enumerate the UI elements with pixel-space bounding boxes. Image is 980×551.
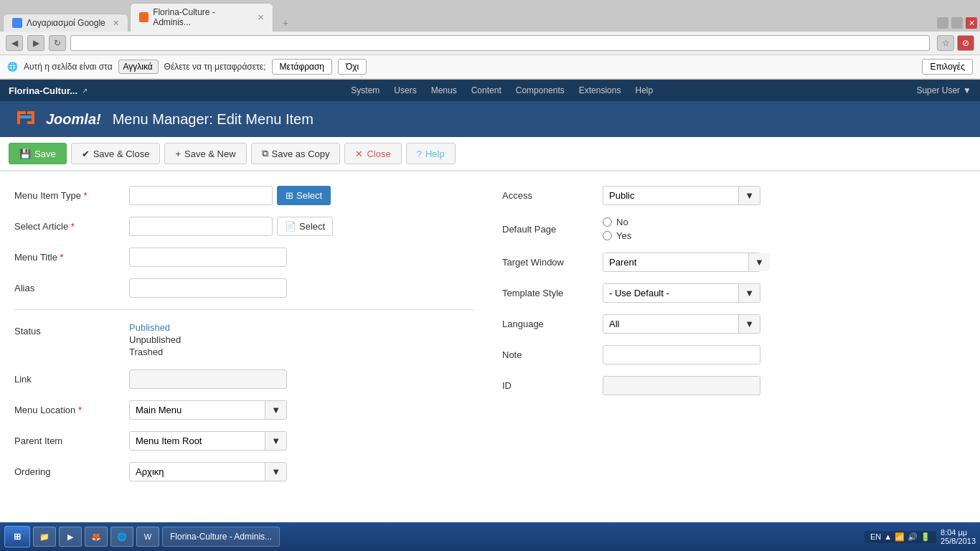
default-page-yes-radio[interactable] — [603, 231, 612, 240]
user-name: Super User — [916, 85, 960, 95]
menu-title-input[interactable]: Αρχικη — [129, 248, 287, 267]
translate-lang-select[interactable]: Αγγλικά — [118, 60, 159, 74]
taskbar-media-button[interactable]: ▶ — [59, 527, 82, 547]
parent-item-select[interactable]: Menu Item Root — [130, 432, 265, 450]
target-window-select[interactable]: Parent New Window with Navigation New Wi… — [603, 253, 748, 271]
select-article-button[interactable]: 📄 Select — [277, 217, 333, 236]
link-input: index.php?option=com_content&view — [129, 369, 287, 389]
select-article-input: Καλωσορισατε στην ιστοσ — [129, 217, 273, 236]
parent-item-label: Parent Item — [14, 431, 129, 446]
joomla-logo: Joomla! — [11, 108, 101, 130]
save-close-button[interactable]: ✔ Save & Close — [71, 143, 161, 164]
status-controls: Published Unpublished Trashed — [129, 321, 473, 358]
note-input[interactable] — [603, 345, 760, 364]
nav-content[interactable]: Content — [464, 80, 509, 101]
forward-button[interactable]: ▶ — [27, 35, 44, 51]
save-icon: 💾 — [19, 149, 31, 159]
default-page-no[interactable]: No — [603, 217, 789, 227]
star-button[interactable]: ☆ — [937, 35, 954, 51]
nav-help[interactable]: Help — [628, 80, 660, 101]
alias-input[interactable]: home — [129, 278, 287, 298]
menu-location-group: Menu Location * Main Menu ▼ — [14, 400, 473, 420]
select-type-button[interactable]: ⊞ Select — [277, 186, 331, 205]
target-window-select-wrapper: Parent New Window with Navigation New Wi… — [603, 253, 760, 272]
maximize-button[interactable] — [951, 17, 963, 29]
back-button[interactable]: ◀ — [6, 35, 23, 51]
menu-title-label: Menu Title * — [14, 248, 129, 263]
language-dropdown-icon[interactable]: ▼ — [738, 315, 760, 333]
access-select-wrapper: Public Guest Registered Special Super Us… — [603, 186, 760, 205]
taskbar-firefox-button[interactable]: 🦊 — [85, 527, 108, 547]
nav-system[interactable]: System — [344, 80, 387, 101]
start-button[interactable]: ⊞ — [4, 526, 30, 547]
select-article-label: Select Article * — [14, 217, 129, 232]
status-trashed[interactable]: Trashed — [129, 346, 181, 358]
taskbar-right: EN ▲ 📶 🔊 🔋 8:04 μμ 25/8/2013 — [864, 528, 976, 545]
nav-extensions[interactable]: Extensions — [572, 80, 628, 101]
default-page-yes[interactable]: Yes — [603, 230, 789, 241]
refresh-button[interactable]: ↻ — [49, 35, 66, 51]
id-input: 101 — [603, 376, 760, 395]
save-copy-label: Save as Copy — [272, 149, 330, 159]
access-select[interactable]: Public Guest Registered Special Super Us… — [603, 187, 738, 204]
taskbar-word-button[interactable]: W — [136, 527, 159, 547]
close-window-button[interactable]: ✕ — [966, 17, 977, 29]
nav-menus[interactable]: Menus — [424, 80, 464, 101]
template-style-select[interactable]: - Use Default - — [603, 284, 738, 302]
taskbar-chrome-button[interactable]: 🌐 — [110, 527, 133, 547]
site-name[interactable]: Florina-Cultur... — [9, 85, 77, 96]
form-section: Menu Item Type * Single Article ⊞ Select… — [14, 186, 966, 493]
tab-google[interactable]: Λογαριασμοί Google ✕ — [3, 14, 128, 32]
user-info[interactable]: Super User ▼ — [916, 85, 971, 95]
status-unpublished[interactable]: Unpublished — [129, 334, 181, 346]
tab-joomla-close-icon[interactable]: ✕ — [258, 13, 264, 22]
menu-location-label: Menu Location * — [14, 400, 129, 415]
target-window-group: Target Window Parent New Window with Nav… — [502, 253, 789, 272]
language-value: All ▼ — [603, 314, 789, 334]
taskbar-active-app[interactable]: Florina-Culture - Adminis... — [162, 527, 280, 547]
translate-options-button[interactable]: Επιλογές — [922, 59, 973, 75]
link-group: Link index.php?option=com_content&view — [14, 369, 473, 389]
stop-button[interactable]: ⊘ — [957, 35, 974, 51]
save-button[interactable]: 💾 Save — [9, 143, 67, 164]
translate-button[interactable]: Μετάφραση — [272, 59, 332, 75]
required-marker2: * — [71, 221, 75, 232]
template-style-dropdown-icon[interactable]: ▼ — [738, 284, 760, 302]
target-window-dropdown-icon[interactable]: ▼ — [748, 253, 770, 271]
taskbar-explorer-button[interactable]: 📁 — [33, 527, 56, 547]
select-article-group: Select Article * Καλωσορισατε στην ιστοσ… — [14, 217, 473, 236]
select-type-label: Select — [296, 190, 322, 201]
close-button[interactable]: ✕ Close — [344, 143, 401, 164]
save-new-button[interactable]: + Save & New — [164, 143, 246, 164]
nav-users[interactable]: Users — [387, 80, 423, 101]
target-window-value: Parent New Window with Navigation New Wi… — [603, 253, 789, 272]
close-label: Close — [367, 149, 390, 159]
nav-components[interactable]: Components — [509, 80, 572, 101]
no-translate-button[interactable]: Όχι — [338, 59, 367, 75]
access-dropdown-icon[interactable]: ▼ — [738, 187, 760, 204]
language-label: Language — [502, 319, 603, 329]
status-published[interactable]: Published — [129, 321, 181, 334]
default-page-no-radio[interactable] — [603, 217, 612, 227]
ordering-select[interactable]: Αρχικη — [130, 463, 265, 481]
ordering-dropdown-icon[interactable]: ▼ — [265, 463, 286, 481]
tab-joomla[interactable]: Florina-Culture - Adminis... ✕ — [130, 3, 273, 32]
help-button[interactable]: ? Help — [406, 143, 456, 164]
tab-google-label: Λογαριασμοί Google — [27, 18, 105, 28]
new-tab-button[interactable]: + — [275, 14, 296, 32]
menu-item-type-controls: Single Article ⊞ Select — [129, 186, 473, 205]
menu-location-select[interactable]: Main Menu — [130, 401, 265, 419]
language-select[interactable]: All — [603, 315, 738, 333]
save-copy-button[interactable]: ⧉ Save as Copy — [251, 143, 341, 164]
menu-location-dropdown-icon[interactable]: ▼ — [265, 401, 286, 419]
tab-google-close-icon[interactable]: ✕ — [113, 19, 119, 28]
parent-item-dropdown-icon[interactable]: ▼ — [265, 432, 286, 450]
url-bar[interactable]: florina-culture.yzi.me/administrator/ind… — [70, 35, 930, 51]
status-group: Status Published Unpublished Trashed — [14, 321, 473, 358]
main-content: Menu Item Type * Single Article ⊞ Select… — [0, 171, 980, 536]
required-marker3: * — [60, 252, 64, 263]
required-marker4: * — [78, 405, 82, 415]
minimize-button[interactable] — [937, 17, 948, 29]
default-page-label: Default Page — [502, 224, 603, 235]
menu-item-type-group: Menu Item Type * Single Article ⊞ Select — [14, 186, 473, 205]
